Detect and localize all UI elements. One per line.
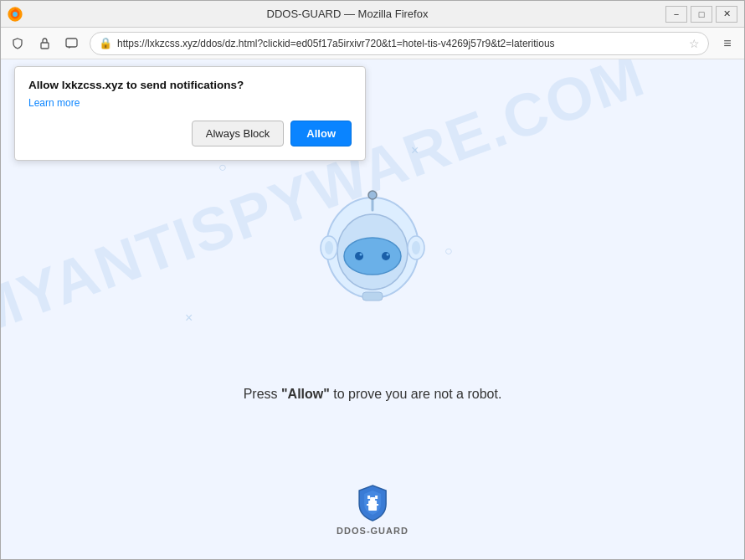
robot-svg <box>306 177 439 311</box>
robot-illustration <box>306 177 439 311</box>
svg-point-16 <box>325 241 333 254</box>
svg-point-10 <box>360 254 362 256</box>
deco-circle-1: ○ <box>218 160 227 175</box>
svg-rect-21 <box>370 497 375 502</box>
maximize-button[interactable]: □ <box>691 6 712 23</box>
press-text-bold: "Allow" <box>281 387 330 401</box>
press-text-before: Press <box>244 387 281 401</box>
svg-rect-4 <box>66 39 77 47</box>
hamburger-icon: ≡ <box>723 36 731 51</box>
always-block-button[interactable]: Always Block <box>192 121 285 146</box>
svg-rect-20 <box>367 504 378 506</box>
svg-point-13 <box>368 191 377 199</box>
window-controls: − □ ✕ <box>665 6 737 23</box>
press-allow-text: Press "Allow" to prove you are not a rob… <box>244 387 502 402</box>
bookmark-icon[interactable]: ☆ <box>689 37 700 50</box>
svg-rect-22 <box>367 496 370 499</box>
svg-point-11 <box>387 254 389 256</box>
svg-point-9 <box>382 252 390 260</box>
close-button[interactable]: ✕ <box>716 6 737 23</box>
svg-rect-18 <box>362 292 383 301</box>
notification-icon <box>65 38 78 49</box>
popup-title: Allow lxkzcss.xyz to send notifications? <box>28 79 352 91</box>
ddos-guard-label: DDOS-GUARD <box>337 526 408 536</box>
notifications-button[interactable] <box>59 32 83 55</box>
svg-point-8 <box>355 252 363 260</box>
learn-more-link[interactable]: Learn more <box>28 97 80 109</box>
lock-button[interactable] <box>33 32 56 55</box>
address-bar[interactable]: 🔒 ☆ <box>90 32 709 55</box>
svg-point-2 <box>13 12 18 17</box>
deco-cross-1: × <box>411 143 419 158</box>
url-input[interactable] <box>117 38 684 49</box>
shield-icon <box>12 38 23 49</box>
ddos-shield-icon <box>356 484 389 522</box>
security-button[interactable] <box>6 32 29 55</box>
notification-popup: Allow lxkzcss.xyz to send notifications?… <box>14 66 366 161</box>
deco-cross-2: × <box>185 311 193 326</box>
allow-button[interactable]: Allow <box>290 121 352 146</box>
minimize-button[interactable]: − <box>665 6 687 23</box>
titlebar: DDOS-GUARD — Mozilla Firefox − □ ✕ <box>1 1 744 28</box>
deco-circle-2: ○ <box>444 244 453 259</box>
ddos-guard-logo: DDOS-GUARD <box>337 484 408 536</box>
lock-icon <box>39 38 50 49</box>
navbar: 🔒 ☆ ≡ <box>1 28 744 59</box>
svg-rect-23 <box>375 496 378 499</box>
svg-point-7 <box>344 238 401 275</box>
page-content: MYANTISPYWARE.COM ○ × ○ × Allow lxkzcss.… <box>1 59 744 560</box>
menu-button[interactable]: ≡ <box>716 32 739 55</box>
firefox-logo <box>8 7 23 22</box>
press-text-after: to prove you are not a robot. <box>330 387 501 401</box>
window-title: DDOS-GUARD — Mozilla Firefox <box>29 8 665 20</box>
popup-buttons: Always Block Allow <box>28 121 352 146</box>
address-lock-icon: 🔒 <box>99 37 112 49</box>
svg-point-17 <box>412 241 420 254</box>
svg-rect-3 <box>41 43 49 49</box>
